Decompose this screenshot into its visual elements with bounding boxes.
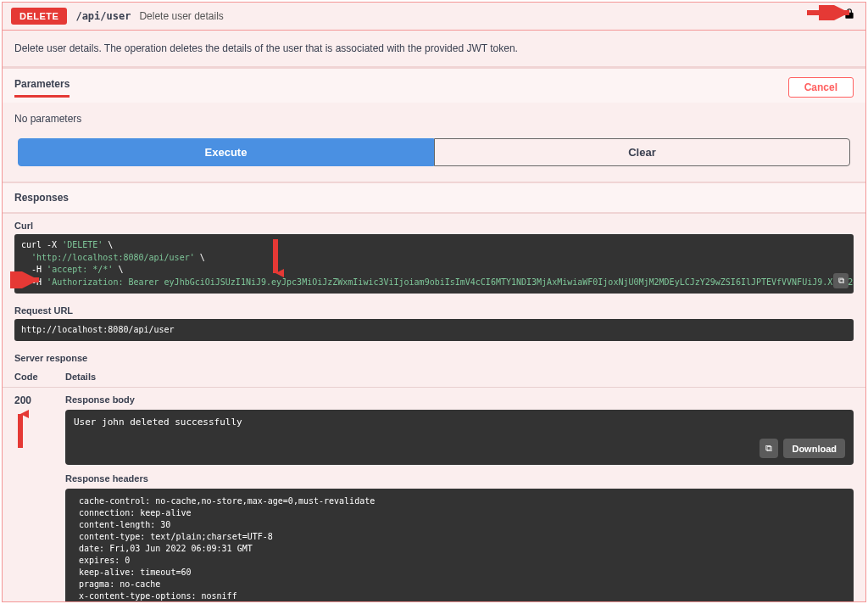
parameters-header: Parameters Cancel [3,66,865,103]
parameters-tab[interactable]: Parameters [14,78,70,98]
execute-button[interactable]: Execute [18,138,434,166]
curl-command-block[interactable]: curl -X 'DELETE' \ 'http://localhost:808… [14,234,854,294]
endpoint-path: /api/user [75,10,131,22]
response-table-head: Code Details [3,366,865,388]
code-column-header: Code [14,372,65,382]
no-parameters-text: No parameters [3,103,865,138]
response-body-block[interactable]: User john deleted successfully ⧉ Downloa… [65,410,854,465]
curl-label: Curl [3,214,865,234]
response-body-label: Response body [65,394,854,405]
request-url-label: Request URL [3,299,865,319]
operation-description: Delete user details. The operation delet… [3,30,865,66]
copy-curl-icon[interactable]: ⧉ [833,273,849,288]
http-method-badge: DELETE [11,8,67,25]
lock-icon[interactable] [843,8,855,22]
responses-title: Responses [3,182,865,214]
download-button[interactable]: Download [783,439,845,458]
operation-header[interactable]: DELETE /api/user Delete user details [3,3,865,30]
clear-button[interactable]: Clear [434,138,850,166]
endpoint-summary: Delete user details [139,10,223,22]
server-response-label: Server response [3,346,865,366]
response-row: 200 Response body User john deleted succ… [3,388,865,602]
request-url-block[interactable]: http://localhost:8080/api/user [14,319,854,341]
cancel-button[interactable]: Cancel [788,77,854,98]
execute-row: Execute Clear [3,138,865,182]
status-code: 200 [14,394,65,602]
response-headers-block[interactable]: cache-control: no-cache,no-store,max-age… [65,489,854,602]
response-headers-label: Response headers [65,473,854,484]
api-operation-panel: DELETE /api/user Delete user details Del… [2,2,866,602]
copy-response-icon[interactable]: ⧉ [760,439,778,458]
details-column-header: Details [65,372,854,382]
